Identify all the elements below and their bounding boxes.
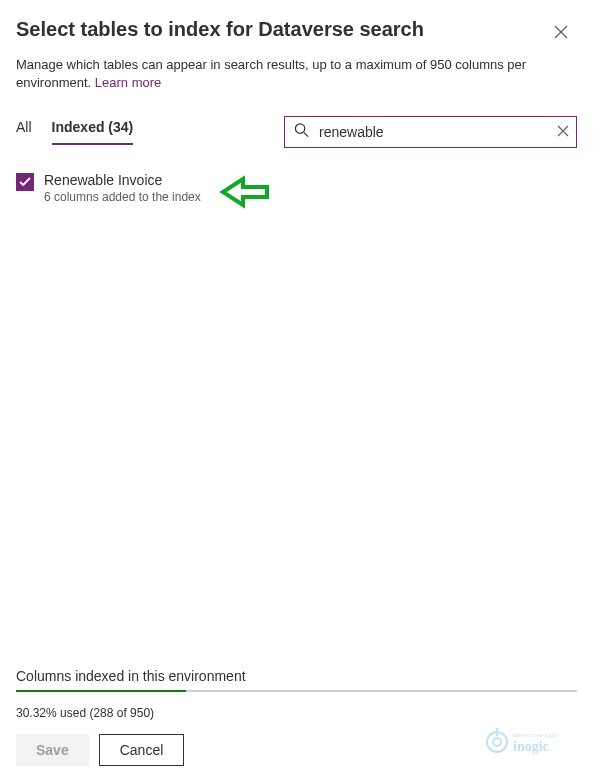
page-title: Select tables to index for Dataverse sea… (16, 18, 424, 41)
close-button[interactable] (545, 18, 577, 50)
row-checkbox[interactable] (16, 173, 34, 191)
checkmark-icon (19, 173, 31, 191)
svg-text:inogic: inogic (513, 739, 549, 754)
table-row[interactable]: Renewable Invoice 6 columns added to the… (16, 172, 577, 204)
watermark-logo: innovative logic inogic (485, 724, 585, 760)
page-subtitle: Manage which tables can appear in search… (0, 50, 593, 92)
svg-point-0 (295, 124, 304, 133)
usage-text: 30.32% used (288 of 950) (16, 706, 577, 720)
learn-more-link[interactable]: Learn more (95, 75, 161, 90)
tab-indexed[interactable]: Indexed (34) (52, 119, 134, 145)
search-field (284, 116, 577, 148)
close-icon (554, 25, 568, 43)
search-input[interactable] (284, 116, 577, 148)
row-subtitle: 6 columns added to the index (44, 190, 201, 204)
svg-line-1 (304, 133, 308, 137)
search-icon (294, 123, 309, 142)
progress-bar (16, 690, 577, 692)
svg-point-3 (493, 738, 501, 746)
footer-label: Columns indexed in this environment (16, 668, 577, 684)
save-button: Save (16, 734, 89, 766)
svg-text:innovative logic: innovative logic (513, 731, 558, 739)
row-text: Renewable Invoice 6 columns added to the… (44, 172, 201, 204)
row-title: Renewable Invoice (44, 172, 201, 188)
tab-all[interactable]: All (16, 119, 32, 145)
progress-fill (16, 690, 186, 692)
clear-search-button[interactable] (557, 123, 569, 141)
close-icon (557, 123, 569, 140)
tabs: All Indexed (34) (16, 119, 133, 145)
subtitle-text: Manage which tables can appear in search… (16, 57, 526, 90)
cancel-button[interactable]: Cancel (99, 734, 185, 766)
annotation-arrow-icon (219, 175, 269, 213)
